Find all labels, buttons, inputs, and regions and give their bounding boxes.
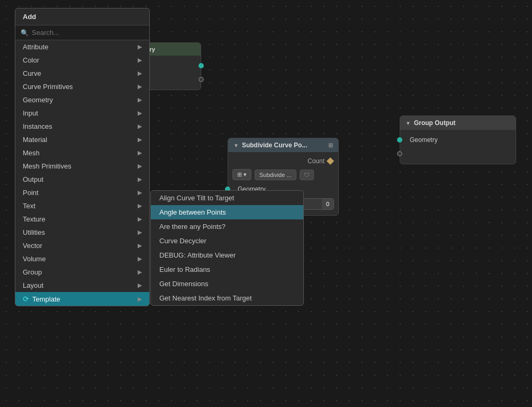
extra-socket [397, 151, 402, 156]
output-socket-2 [199, 77, 204, 82]
texture-label: Texture [23, 215, 46, 223]
submenu-euler-radians[interactable]: Euler to Radians [151, 262, 303, 277]
menu-item-attribute[interactable]: Attribute ▶ [15, 40, 149, 54]
menu-item-input[interactable]: Input ▶ [15, 107, 149, 120]
get-dimensions-label: Get Dimensions [159, 280, 208, 288]
add-menu-title: Add [15, 8, 149, 25]
display-mode-btn[interactable]: ⊞ ▾ [232, 169, 251, 180]
subdivide-controls: ⊞ ▾ Subdivide ... 🛡 [228, 167, 338, 182]
group-output-header: ▼ Group Output [400, 116, 516, 130]
color-label: Color [23, 56, 39, 64]
menu-item-curve-primitives[interactable]: Curve Primitives ▶ [15, 80, 149, 93]
layout-arrow: ▶ [138, 282, 142, 289]
angle-between-label: Angle between Points [159, 208, 226, 216]
texture-arrow: ▶ [138, 216, 142, 223]
attribute-label: Attribute [23, 43, 48, 51]
submenu-get-dimensions[interactable]: Get Dimensions [151, 277, 303, 291]
group-output-geometry-row: Geometry [400, 133, 516, 147]
subdivide-label-btn[interactable]: Subdivide ... [255, 170, 296, 180]
collapse-arrow-go: ▼ [405, 120, 411, 126]
curve-arrow: ▶ [138, 70, 142, 77]
menu-item-group[interactable]: Group ▶ [15, 266, 149, 279]
volume-arrow: ▶ [138, 255, 142, 262]
add-menu: Add 🔍 Attribute ▶ Color ▶ Curve ▶ Curve … [15, 8, 150, 306]
submenu-angle-between[interactable]: Angle between Points [151, 205, 303, 219]
menu-item-layout[interactable]: Layout ▶ [15, 279, 149, 292]
are-there-points-label: Are there any Points? [159, 223, 226, 231]
menu-item-output[interactable]: Output ▶ [15, 173, 149, 186]
color-arrow: ▶ [138, 57, 142, 64]
curve-primitives-arrow: ▶ [138, 83, 142, 90]
utilities-label: Utilities [23, 228, 45, 236]
search-icon: 🔍 [21, 29, 29, 37]
group-label: Group [23, 268, 42, 276]
group-arrow: ▶ [138, 269, 142, 276]
subdivision-value: 0 [322, 199, 333, 209]
menu-item-curve[interactable]: Curve ▶ [15, 67, 149, 80]
output-arrow: ▶ [138, 176, 142, 183]
curve-primitives-label: Curve Primitives [23, 83, 73, 91]
count-row: Count [228, 155, 338, 167]
menu-item-point[interactable]: Point ▶ [15, 186, 149, 199]
geometry-arrow: ▶ [138, 96, 142, 103]
submenu-get-nearest[interactable]: Get Nearest Index from Target [151, 291, 303, 305]
vector-label: Vector [23, 242, 42, 250]
text-label: Text [23, 202, 35, 210]
output-socket [199, 63, 204, 68]
submenu-debug-attr[interactable]: DEBUG: Attribute Viewer [151, 248, 303, 262]
menu-item-text[interactable]: Text ▶ [15, 199, 149, 213]
template-icon: ⟳ [23, 295, 29, 303]
vector-arrow: ▶ [138, 242, 142, 249]
search-input[interactable] [32, 29, 144, 37]
menu-item-volume[interactable]: Volume ▶ [15, 252, 149, 266]
input-label: Input [23, 109, 38, 117]
menu-item-utilities[interactable]: Utilities ▶ [15, 226, 149, 239]
input-arrow: ▶ [138, 110, 142, 117]
menu-item-texture[interactable]: Texture ▶ [15, 213, 149, 226]
menu-item-material[interactable]: Material ▶ [15, 133, 149, 146]
instances-arrow: ▶ [138, 123, 142, 130]
mesh-primitives-label: Mesh Primitives [23, 162, 71, 170]
menu-item-color[interactable]: Color ▶ [15, 54, 149, 67]
subdivide-icon: ⊞ [328, 142, 333, 149]
text-arrow: ▶ [138, 202, 142, 209]
curve-decycler-label: Curve Decycler [159, 237, 206, 245]
mesh-label: Mesh [23, 149, 40, 157]
mesh-primitives-arrow: ▶ [138, 163, 142, 170]
submenu-curve-decycler[interactable]: Curve Decycler [151, 234, 303, 248]
template-label: Template [32, 295, 60, 303]
instances-label: Instances [23, 122, 52, 130]
shield-btn[interactable]: 🛡 [300, 170, 314, 180]
material-arrow: ▶ [138, 136, 142, 143]
menu-item-instances[interactable]: Instances ▶ [15, 120, 149, 133]
menu-item-mesh-primitives[interactable]: Mesh Primitives ▶ [15, 160, 149, 173]
submenu-align-curve[interactable]: Align Curve Tilt to Target [151, 191, 303, 205]
group-output-body: Geometry [400, 130, 516, 164]
menu-item-mesh[interactable]: Mesh ▶ [15, 146, 149, 160]
subdivide-collapse-arrow: ▼ [233, 143, 239, 148]
euler-radians-label: Euler to Radians [159, 266, 210, 273]
group-output-title: Group Output [414, 119, 456, 127]
group-output-node: ▼ Group Output Geometry [400, 116, 516, 164]
group-output-geometry-label: Geometry [410, 136, 438, 144]
geometry-input-socket [397, 137, 402, 143]
template-arrow: ▶ [138, 296, 142, 303]
output-label: Output [23, 175, 43, 183]
search-row: 🔍 [15, 25, 149, 40]
menu-item-vector[interactable]: Vector ▶ [15, 239, 149, 252]
submenu-are-there-points[interactable]: Are there any Points? [151, 219, 303, 234]
dropdown-arrow: ▾ [244, 171, 247, 178]
get-nearest-label: Get Nearest Index from Target [159, 294, 252, 302]
group-output-extra-row [400, 147, 516, 161]
subdivide-title: Subdivide Curve Po... [242, 141, 307, 149]
count-diamond-icon [327, 157, 334, 165]
volume-label: Volume [23, 255, 46, 263]
curve-label: Curve [23, 69, 41, 77]
subdivide-header: ▼ Subdivide Curve Po... ⊞ [228, 138, 338, 152]
geometry-label: Geometry [23, 96, 53, 104]
menu-item-geometry[interactable]: Geometry ▶ [15, 93, 149, 107]
menu-item-template[interactable]: ⟳ Template ▶ Align Curve Tilt to Target … [15, 292, 149, 306]
count-label: Count [308, 157, 324, 165]
utilities-arrow: ▶ [138, 229, 142, 236]
align-curve-label: Align Curve Tilt to Target [159, 194, 234, 202]
